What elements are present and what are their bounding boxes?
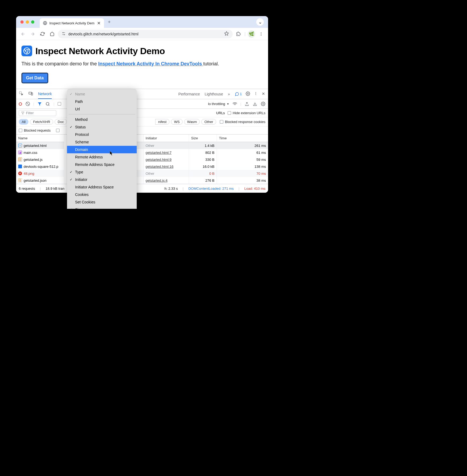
cell-time: 70 ms	[217, 170, 268, 177]
svg-marker-30	[21, 112, 24, 114]
throttling-dropdown[interactable]: lo throttling ▼	[208, 102, 229, 106]
caret-down-icon: ▼	[227, 103, 229, 105]
menu-item-cookies[interactable]: Cookies	[67, 191, 137, 198]
cell-initiator[interactable]: getstarted.html:9	[143, 156, 189, 163]
column-header-size[interactable]: Size	[189, 135, 217, 142]
svg-point-26	[46, 102, 49, 105]
cell-initiator[interactable]: getstarted.html:16	[143, 163, 189, 170]
table-row[interactable]: {}getstarted.js	[16, 156, 64, 163]
devtools-tabs: Network Performance Lighthouse » 1	[16, 89, 268, 99]
column-header-name[interactable]: Name	[16, 135, 64, 142]
column-header-time[interactable]: Time	[217, 135, 268, 142]
svg-point-8	[261, 35, 262, 36]
tab-network[interactable]: Network	[38, 89, 52, 99]
filter-fetchxhr[interactable]: Fetch/XHR	[30, 119, 53, 125]
forward-button[interactable]	[29, 30, 36, 38]
menu-item-initiator[interactable]: ✓Initiator	[67, 176, 137, 183]
close-tab-button[interactable]: ✕	[97, 21, 101, 25]
search-icon[interactable]	[45, 102, 50, 106]
menu-item-remote-address[interactable]: Remote Address	[67, 153, 137, 161]
more-tabs-button[interactable]: »	[228, 90, 230, 99]
hide-extension-checkbox[interactable]: Hide extension URLs	[228, 111, 265, 115]
menu-item-protocol[interactable]: Protocol	[67, 131, 137, 138]
cell-time: 38 ms	[217, 177, 268, 184]
page-description: This is the companion demo for the Inspe…	[21, 61, 263, 67]
cell-initiator[interactable]: getstarted.js:4	[143, 177, 189, 184]
column-context-menu: ✓NamePathUrlMethod✓StatusProtocolSchemeD…	[67, 89, 137, 209]
column-header-initiator[interactable]: Initiator	[143, 135, 189, 142]
reload-button[interactable]	[39, 30, 46, 38]
download-icon[interactable]	[253, 102, 257, 106]
table-row[interactable]: ✕48.png	[16, 170, 64, 177]
cell-initiator[interactable]: getstarted.html:7	[143, 149, 189, 156]
clear-icon[interactable]	[25, 102, 30, 106]
menu-item-scheme[interactable]: Scheme	[67, 138, 137, 146]
home-button[interactable]	[48, 30, 56, 38]
blocked-requests-checkbox[interactable]: Blocked requests	[19, 128, 51, 132]
filter-ws[interactable]: WS	[171, 119, 183, 125]
new-tab-button[interactable]: +	[106, 18, 113, 26]
filter-all[interactable]: All	[19, 119, 28, 125]
filter-wasm[interactable]: Wasm	[184, 119, 200, 125]
minimize-window-button[interactable]	[26, 20, 29, 24]
menu-item-method[interactable]: Method	[67, 116, 137, 123]
menu-item-set-cookies[interactable]: Set Cookies	[67, 198, 137, 206]
svg-point-18	[255, 92, 256, 93]
menu-item-status[interactable]: ✓Status	[67, 123, 137, 131]
menu-item-domain[interactable]: Domain	[67, 146, 137, 153]
close-window-button[interactable]	[20, 20, 24, 24]
browser-menu-button[interactable]	[257, 30, 265, 38]
cell-time: 138 ms	[217, 163, 268, 170]
upload-icon[interactable]	[244, 102, 249, 106]
record-button[interactable]	[19, 102, 22, 106]
issues-button[interactable]: 1	[235, 92, 242, 96]
inspect-element-icon[interactable]	[19, 91, 24, 97]
browser-tab[interactable]: Inspect Network Activity Dem ✕	[40, 18, 104, 28]
network-settings-icon[interactable]	[261, 102, 265, 106]
back-button[interactable]	[19, 30, 27, 38]
get-data-button[interactable]: Get Data	[21, 73, 48, 83]
window-menu-button[interactable]: ⌄	[256, 18, 264, 26]
menu-item-initiator-address-space[interactable]: Initiator Address Space	[67, 183, 137, 191]
cell-time: 59 ms	[217, 156, 268, 163]
blocked-cookies-checkbox[interactable]: Blocked response cookies	[220, 120, 265, 124]
wifi-icon[interactable]	[232, 102, 237, 106]
menu-item-size[interactable]: ✓Size	[67, 206, 137, 209]
browser-toolbar: devtools.glitch.me/network/getstarted.ht…	[16, 28, 268, 40]
devtools-menu-icon[interactable]	[254, 92, 258, 96]
filter-doc[interactable]: Doc	[55, 119, 67, 125]
svg-point-7	[261, 34, 262, 34]
cell-size: 276 B	[189, 177, 217, 184]
address-bar[interactable]: devtools.glitch.me/network/getstarted.ht…	[58, 30, 233, 38]
filter-icon[interactable]	[37, 102, 42, 106]
filter-manifest[interactable]: nifest	[155, 119, 169, 125]
table-row[interactable]: {}getstarted.json	[16, 177, 64, 184]
device-toggle-icon[interactable]	[28, 91, 33, 97]
preserve-log-checkbox[interactable]	[58, 102, 61, 106]
menu-item-path[interactable]: Path	[67, 98, 137, 105]
filter-input[interactable]: Filter	[19, 110, 56, 116]
settings-gear-icon[interactable]	[246, 91, 250, 97]
filter-other[interactable]: Other	[201, 119, 216, 125]
tab-performance[interactable]: Performance	[178, 90, 200, 99]
check-icon: ✓	[70, 125, 72, 129]
table-row[interactable]: devtools-square-512.p	[16, 163, 64, 170]
profile-avatar[interactable]: 🌿	[248, 30, 255, 38]
tutorial-link[interactable]: Inspect Network Activity In Chrome DevTo…	[98, 61, 203, 66]
menu-item-type[interactable]: ✓Type	[67, 168, 137, 176]
table-row[interactable]: ≡getstarted.html	[16, 142, 64, 149]
close-devtools-icon[interactable]	[261, 92, 265, 96]
third-party-checkbox[interactable]	[56, 129, 60, 132]
svg-point-20	[255, 94, 256, 95]
extensions-button[interactable]	[235, 30, 242, 38]
page-title: Inspect Network Activity Demo	[35, 46, 165, 56]
tab-lighthouse[interactable]: Lighthouse	[205, 90, 223, 99]
chevron-down-icon: ⌄	[258, 20, 262, 25]
bookmark-star-icon[interactable]	[224, 31, 229, 37]
load-time: Load: 410 ms	[244, 187, 265, 191]
maximize-window-button[interactable]	[31, 20, 34, 24]
menu-item-url[interactable]: Url	[67, 105, 137, 113]
requests-count: 6 requests	[19, 187, 35, 191]
table-row[interactable]: ◪main.css	[16, 149, 64, 156]
menu-item-remote-address-space[interactable]: Remote Address Space	[67, 161, 137, 168]
